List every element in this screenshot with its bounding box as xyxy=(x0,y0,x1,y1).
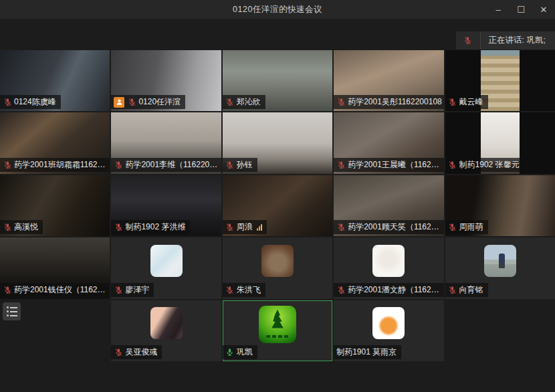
participant-label: 周浪 xyxy=(223,220,267,234)
mic-muted-icon xyxy=(114,223,123,232)
signal-strength-icon xyxy=(257,224,262,231)
participant-tile[interactable]: 戴云峰 xyxy=(445,50,555,111)
mic-muted-icon xyxy=(336,98,346,107)
participant-name: 朱洪飞 xyxy=(237,284,261,296)
participant-label: 药学2001钱佳仪（11622001... xyxy=(0,283,110,297)
speaking-status-bar: 正在讲话: 巩凯; xyxy=(456,31,555,50)
participant-tile[interactable]: 药学2001吴彤1162200108 xyxy=(334,50,443,111)
mic-muted-icon xyxy=(225,98,235,107)
meeting-title: 0120任洋渲的快速会议 xyxy=(233,4,322,15)
participant-label: 戴云峰 xyxy=(445,95,488,109)
participant-tile[interactable]: 向育铭 xyxy=(445,237,555,298)
member-list-button[interactable] xyxy=(3,302,21,320)
avatar xyxy=(372,245,405,277)
participant-name: 制药1902 茅洪维 xyxy=(125,221,185,233)
close-button[interactable]: ✕ xyxy=(532,0,555,19)
mic-muted-icon xyxy=(3,160,12,169)
participant-label: 周雨萌 xyxy=(445,220,488,234)
participant-name: 制药1901 莫雨京 xyxy=(336,347,397,358)
participant-name: 药学2001钱佳仪（11622001... xyxy=(14,284,108,296)
mic-muted-icon xyxy=(225,285,235,294)
participant-tile[interactable]: 药学2001潘文静（11622001... xyxy=(334,237,443,298)
participant-name: 药学2001吴彤1162200108 xyxy=(348,96,442,108)
participant-label: 药学2001李维（1162200109... xyxy=(111,158,221,172)
participant-tile[interactable]: 药学2001李维（1162200109... xyxy=(111,112,221,173)
participant-tile[interactable]: 周雨萌 xyxy=(445,175,555,236)
participant-tile[interactable]: 郑沁欣 xyxy=(223,50,332,111)
participant-name: 0120任洋渲 xyxy=(138,96,181,108)
mic-muted-icon xyxy=(114,285,123,294)
mic-active-icon xyxy=(225,348,235,357)
participant-name: 药学2001顾天笑（11622001... xyxy=(348,221,442,233)
titlebar: 0120任洋渲的快速会议 – ☐ ✕ xyxy=(0,0,555,19)
avatar xyxy=(150,245,183,277)
participant-name: 戴云峰 xyxy=(459,96,483,108)
participant-name: 0124陈虞峰 xyxy=(14,96,56,108)
participant-tile[interactable]: 药学2001顾天笑（11622001... xyxy=(334,175,443,236)
mic-muted-icon xyxy=(336,160,346,169)
mic-muted-icon xyxy=(3,285,12,294)
participant-name: 郑沁欣 xyxy=(237,96,261,108)
host-badge-icon xyxy=(114,97,124,108)
mic-muted-icon xyxy=(456,31,481,50)
participant-label: 向育铭 xyxy=(445,283,488,297)
participant-label: 制药1902 张馨元 xyxy=(445,158,524,172)
mic-muted-icon xyxy=(114,160,123,169)
minimize-button[interactable]: – xyxy=(487,0,510,19)
participant-name: 吴亚俊彧 xyxy=(125,347,157,358)
participant-tile[interactable]: 朱洪飞 xyxy=(223,237,332,298)
participant-label: 0124陈虞峰 xyxy=(0,95,61,109)
participant-name: 药学2001王晨曦（11622001... xyxy=(348,159,442,171)
mic-muted-icon xyxy=(3,223,12,232)
participant-label: 药学2001潘文静（11622001... xyxy=(334,283,443,297)
participant-tile[interactable]: 周浪 xyxy=(223,175,332,236)
avatar xyxy=(150,307,183,339)
participant-label: 巩凯 xyxy=(223,345,257,359)
speaking-label: 正在讲话: 巩凯; xyxy=(481,35,555,46)
participant-name: 廖泽宇 xyxy=(125,284,149,296)
participant-label: 孙钰 xyxy=(223,158,257,172)
participant-name: 周雨萌 xyxy=(459,221,483,233)
participant-label: 高溪悦 xyxy=(0,220,43,234)
participant-label: 制药1901 莫雨京 xyxy=(334,345,401,359)
participant-name: 向育铭 xyxy=(459,284,483,296)
participant-tile[interactable]: 高溪悦 xyxy=(0,175,110,236)
participant-tile[interactable]: 药学2001班胡霜霜11622001... xyxy=(0,112,110,173)
participant-tile[interactable]: 药学2001王晨曦（11622001... xyxy=(334,112,443,173)
mic-muted-icon xyxy=(336,285,346,294)
mic-muted-icon xyxy=(225,160,235,169)
maximize-button[interactable]: ☐ xyxy=(510,0,532,19)
participant-tile[interactable]: 制药1901 莫雨京 xyxy=(334,300,443,361)
participant-label: 药学2001王晨曦（11622001... xyxy=(334,158,443,172)
participant-tile[interactable]: 吴亚俊彧 xyxy=(111,300,221,361)
meeting-window: { "window": { "title": "0120任洋渲的快速会议", "… xyxy=(0,0,555,392)
mic-muted-icon xyxy=(3,98,12,107)
participant-label: 药学2001班胡霜霜11622001... xyxy=(0,158,110,172)
participant-label: 药学2001吴彤1162200108 xyxy=(334,95,443,109)
participant-label: 0120任洋渲 xyxy=(111,95,185,109)
participant-tile[interactable]: 0120任洋渲 xyxy=(111,50,221,111)
participant-name: 孙钰 xyxy=(237,159,253,171)
mic-muted-icon xyxy=(127,98,136,107)
participant-name: 制药1902 张馨元 xyxy=(459,159,520,171)
mic-muted-icon xyxy=(448,285,457,294)
participant-grid: 0124陈虞峰0120任洋渲郑沁欣药学2001吴彤1162200108戴云峰药学… xyxy=(0,50,555,361)
participant-name: 药学2001李维（1162200109... xyxy=(125,159,219,171)
participant-tile[interactable]: 孙钰 xyxy=(223,112,332,173)
avatar xyxy=(259,306,296,343)
window-controls: – ☐ ✕ xyxy=(487,0,555,19)
participant-label: 吴亚俊彧 xyxy=(111,345,162,359)
participant-tile[interactable]: 0124陈虞峰 xyxy=(0,50,110,111)
participant-tile[interactable]: 制药1902 茅洪维 xyxy=(111,175,221,236)
participant-tile[interactable]: 药学2001钱佳仪（11622001... xyxy=(0,237,110,298)
mic-muted-icon xyxy=(114,348,123,357)
mic-muted-icon xyxy=(225,223,235,232)
participant-tile[interactable]: 廖泽宇 xyxy=(111,237,221,298)
mic-muted-icon xyxy=(336,223,346,232)
participant-tile[interactable]: 制药1902 张馨元 xyxy=(445,112,555,173)
participant-label: 郑沁欣 xyxy=(223,95,265,109)
participant-name: 高溪悦 xyxy=(14,221,38,233)
participant-tile[interactable]: 巩凯 xyxy=(223,300,332,361)
participant-name: 周浪 xyxy=(237,221,253,233)
mic-muted-icon xyxy=(448,160,457,169)
